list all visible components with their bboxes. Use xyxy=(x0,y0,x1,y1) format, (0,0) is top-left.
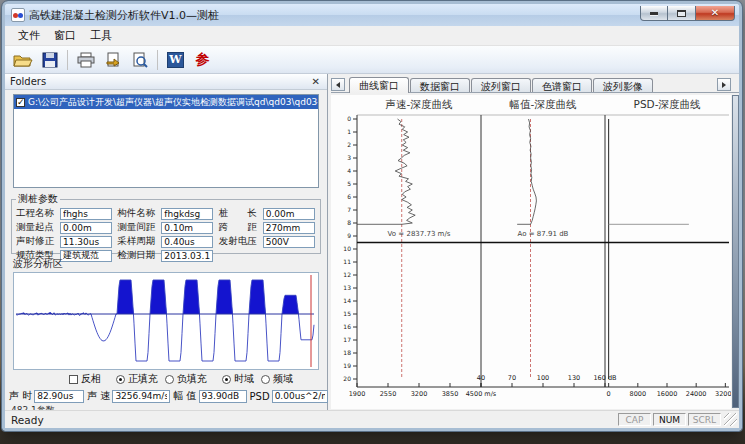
checkbox-control[interactable]: 反相 xyxy=(69,372,101,386)
tab-bar: 曲线窗口数据窗口波列窗口色谱窗口波列影像 xyxy=(331,76,739,93)
pile-params-title: 测桩参数 xyxy=(16,192,60,206)
main-area: Folders ✕ G:\公司产品设计开发\超声仪器\超声仪实地检测数据调试qd… xyxy=(5,74,739,410)
print-preview-button[interactable] xyxy=(127,48,152,72)
tab-2[interactable]: 数据窗口 xyxy=(410,78,470,92)
vertical-scrollbar[interactable] xyxy=(732,95,739,408)
tab-5[interactable]: 波列影像 xyxy=(593,78,653,92)
close-button[interactable]: ✕ xyxy=(695,6,735,21)
radio-control[interactable]: 时域 xyxy=(222,372,254,386)
radio-control[interactable]: 正填充 xyxy=(116,372,158,386)
readout-input[interactable] xyxy=(272,390,328,403)
menu-item[interactable]: 文件 xyxy=(11,26,47,45)
param-label: 发射电压 xyxy=(219,235,263,248)
svg-text:130: 130 xyxy=(568,374,580,382)
waveform-area[interactable] xyxy=(13,272,319,370)
checkbox-icon xyxy=(69,375,78,384)
param-label: 跨 距 xyxy=(219,221,263,234)
app-window: 高铁建混凝土检测分析软件V1.0—测桩 ✕ 文件窗口工具 xyxy=(2,1,742,431)
tab-scroll-right-button[interactable] xyxy=(717,78,731,91)
tab-scroll-left-button[interactable] xyxy=(331,78,345,91)
control-label: 频域 xyxy=(273,372,293,386)
param-input[interactable] xyxy=(263,236,315,248)
readout-label: 幅 值 xyxy=(173,389,196,403)
param-input[interactable] xyxy=(161,236,213,248)
param-field: 桩 长 xyxy=(219,207,316,220)
readout-input[interactable] xyxy=(34,390,84,403)
svg-text:15: 15 xyxy=(343,310,351,317)
param-input[interactable] xyxy=(161,222,213,234)
save-button[interactable] xyxy=(37,48,62,72)
svg-text:16: 16 xyxy=(343,323,351,330)
tab-3[interactable]: 波列窗口 xyxy=(471,78,531,92)
svg-text:9: 9 xyxy=(347,232,351,239)
param-field: 跨 距 xyxy=(219,221,316,234)
svg-text:2550: 2550 xyxy=(380,390,397,398)
parameters-button[interactable]: 参 xyxy=(190,48,215,72)
svg-text:32000: 32000 xyxy=(715,390,731,398)
param-input[interactable] xyxy=(263,208,315,220)
radio-control[interactable]: 负填充 xyxy=(165,372,207,386)
toolbar: W 参 xyxy=(5,46,739,74)
menu-item[interactable]: 工具 xyxy=(83,26,119,45)
folders-panel-header: Folders ✕ xyxy=(5,74,327,90)
wave-controls: 反相正填充负填充时域频域 xyxy=(69,372,325,386)
param-label: 桩 长 xyxy=(219,207,263,220)
svg-text:3200: 3200 xyxy=(411,390,428,398)
resize-grip[interactable] xyxy=(724,413,737,426)
param-input[interactable] xyxy=(60,208,112,220)
svg-text:70: 70 xyxy=(508,374,516,382)
param-field: 测量起点 xyxy=(16,221,113,234)
svg-text:Vo = 2837.73 m/s: Vo = 2837.73 m/s xyxy=(388,230,451,238)
folders-panel-title: Folders xyxy=(10,76,46,87)
file-list[interactable]: G:\公司产品设计开发\超声仪器\超声仪实地检测数据调试qd\qd03\qd03… xyxy=(13,94,319,188)
status-bar: Ready CAPNUMSCRL xyxy=(5,410,739,428)
svg-text:19: 19 xyxy=(343,362,351,369)
readout-input[interactable] xyxy=(199,390,247,403)
control-label: 时域 xyxy=(234,372,254,386)
radio-icon xyxy=(165,375,174,384)
open-file-button[interactable] xyxy=(10,48,35,72)
chevron-right-icon xyxy=(722,82,726,88)
tab-1[interactable]: 曲线窗口 xyxy=(349,77,409,93)
svg-text:PSD-深度曲线: PSD-深度曲线 xyxy=(634,98,701,110)
svg-text:1: 1 xyxy=(347,128,351,135)
printer-icon xyxy=(77,52,95,68)
param-field: 采样周期 xyxy=(117,235,214,248)
param-input[interactable] xyxy=(263,222,315,234)
tab-4[interactable]: 色谱窗口 xyxy=(532,78,592,92)
curve-chart-area: 01234567891011121314151617181920声速-深度曲线1… xyxy=(331,93,739,410)
radio-icon xyxy=(261,375,270,384)
menu-item[interactable]: 窗口 xyxy=(47,26,83,45)
print-button[interactable] xyxy=(73,48,98,72)
param-input[interactable] xyxy=(161,208,213,220)
file-checkbox[interactable] xyxy=(16,98,25,107)
svg-text:160 dB: 160 dB xyxy=(593,374,616,382)
title-bar[interactable]: 高铁建混凝土检测分析软件V1.0—测桩 ✕ xyxy=(5,4,739,26)
panel-close-icon[interactable]: ✕ xyxy=(310,77,322,87)
maximize-button[interactable] xyxy=(668,6,695,21)
depth-curves-plot: 01234567891011121314151617181920声速-深度曲线1… xyxy=(331,95,731,409)
param-field: 发射电压 xyxy=(219,235,316,248)
param-input[interactable] xyxy=(60,236,112,248)
readout-input[interactable] xyxy=(112,390,170,403)
param-label: 声时修正 xyxy=(16,235,60,248)
chevron-left-icon xyxy=(336,82,340,88)
readout-label: 声 时 xyxy=(9,389,32,403)
radio-control[interactable]: 频域 xyxy=(261,372,293,386)
svg-text:0: 0 xyxy=(347,115,351,122)
svg-text:2: 2 xyxy=(347,141,351,148)
pile-params-group: 测桩参数 工程名称构件名称桩 长测量起点测量间距跨 距声时修正采样周期发射电压规… xyxy=(11,192,321,254)
param-field: 构件名称 xyxy=(117,207,214,220)
control-label: 正填充 xyxy=(128,372,158,386)
word-report-button[interactable]: W xyxy=(163,48,188,72)
export-page-icon xyxy=(105,52,121,68)
control-label: 反相 xyxy=(81,372,101,386)
svg-text:声速-深度曲线: 声速-深度曲线 xyxy=(386,98,453,110)
svg-text:40: 40 xyxy=(477,374,485,382)
param-input[interactable] xyxy=(60,222,112,234)
status-key: SCRL xyxy=(688,413,721,426)
file-list-item[interactable]: G:\公司产品设计开发\超声仪器\超声仪实地检测数据调试qd\qd03\qd03… xyxy=(14,95,318,109)
export-button[interactable] xyxy=(100,48,125,72)
waveform-plot[interactable] xyxy=(14,273,318,369)
minimize-button[interactable] xyxy=(640,6,668,21)
